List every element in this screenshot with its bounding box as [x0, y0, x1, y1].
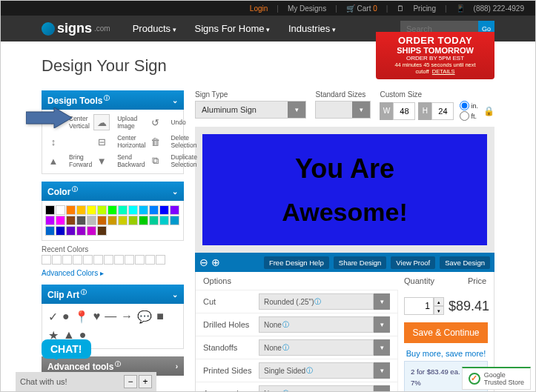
color-swatch[interactable]	[87, 205, 96, 215]
design-canvas[interactable]: You Are Awesome!	[195, 127, 494, 253]
color-swatch[interactable]	[97, 205, 107, 215]
upload-image-icon[interactable]: ☁	[93, 114, 110, 130]
login-link[interactable]: Login	[250, 4, 268, 13]
unit-ft-radio[interactable]	[460, 111, 469, 121]
unit-in-radio[interactable]	[460, 101, 469, 110]
shape-check-icon[interactable]: ✓	[48, 310, 58, 324]
color-swatch[interactable]	[66, 226, 76, 236]
color-swatch[interactable]	[97, 216, 107, 225]
color-swatch[interactable]	[56, 205, 65, 215]
color-swatch[interactable]	[139, 205, 148, 215]
lock-icon[interactable]: 🔒	[483, 106, 494, 116]
promo-banner[interactable]: ORDER TODAY SHIPS TOMORROW ORDER BY 5PM …	[376, 32, 494, 79]
panel-clip-art[interactable]: Clip Artⓘ⌄	[42, 285, 184, 304]
shape-pin-icon[interactable]: 📍	[74, 310, 89, 324]
bring-forward-icon[interactable]: ▲	[45, 153, 62, 169]
color-swatch[interactable]	[45, 226, 55, 236]
quantity-input[interactable]	[404, 297, 434, 315]
color-swatch[interactable]	[107, 216, 117, 225]
color-swatch[interactable]	[87, 226, 96, 236]
chat-minimize-button[interactable]: −	[124, 375, 137, 388]
color-swatch[interactable]	[107, 205, 117, 215]
chevron-down-icon[interactable]: ▾	[288, 102, 305, 118]
color-swatch[interactable]	[66, 205, 76, 215]
send-backward-icon[interactable]: ▼	[93, 153, 110, 169]
zoom-out-icon[interactable]: ⊖	[199, 256, 208, 268]
shape-square-icon[interactable]: ■	[156, 310, 164, 324]
qty-down-button[interactable]: ▾	[434, 306, 444, 315]
color-swatch[interactable]	[170, 205, 179, 215]
option-select[interactable]: Noneⓘ▾	[259, 385, 390, 392]
share-design-button[interactable]: Share Design	[334, 256, 387, 269]
center-horizontal-icon2[interactable]: ⊟	[93, 133, 110, 150]
color-swatch[interactable]	[149, 216, 159, 225]
buy-more-link[interactable]: Buy more, save more!	[404, 349, 488, 358]
width-input[interactable]	[393, 102, 415, 120]
nav-signs-for-home[interactable]: Signs For Home	[195, 23, 270, 34]
color-swatch[interactable]	[118, 216, 128, 225]
option-select[interactable]: Noneⓘ▾	[259, 316, 390, 333]
duplicate-icon[interactable]: ⧉	[147, 153, 163, 169]
color-swatch[interactable]	[45, 205, 55, 215]
panel-color[interactable]: Colorⓘ⌄	[42, 182, 184, 201]
zoom-in-icon[interactable]: ⊕	[211, 256, 220, 268]
free-design-help-button[interactable]: Free Design Help	[264, 256, 329, 269]
color-swatch[interactable]	[159, 205, 169, 215]
nav-industries[interactable]: Industries	[288, 23, 336, 34]
chevron-down-icon[interactable]: ▾	[374, 293, 390, 310]
color-swatch[interactable]	[128, 216, 138, 225]
center-horizontal-icon[interactable]: ↕	[45, 133, 62, 150]
option-select[interactable]: Noneⓘ▾	[259, 339, 390, 356]
color-swatch[interactable]	[76, 205, 86, 215]
color-swatch[interactable]	[66, 216, 76, 225]
standard-sizes-select[interactable]: ▾	[315, 101, 371, 119]
color-swatch[interactable]	[139, 216, 148, 225]
chevron-down-icon[interactable]: ▾	[374, 385, 390, 392]
chat-bar[interactable]: Chat with us! − +	[16, 372, 156, 391]
sign-preview[interactable]: You Are Awesome!	[202, 134, 487, 245]
shape-circle-icon[interactable]: ●	[62, 310, 70, 324]
color-swatch[interactable]	[159, 216, 169, 225]
option-select[interactable]: Rounded (.25")ⓘ▾	[259, 293, 390, 310]
color-swatch[interactable]	[76, 216, 86, 225]
chevron-down-icon[interactable]: ▾	[374, 362, 390, 379]
color-swatch[interactable]	[149, 205, 159, 215]
qty-up-button[interactable]: ▴	[434, 297, 444, 306]
shape-speech-icon[interactable]: 💬	[137, 310, 152, 324]
recent-swatch[interactable]	[42, 255, 51, 265]
view-proof-button[interactable]: View Proof	[391, 256, 435, 269]
shape-line-icon[interactable]: —	[105, 310, 116, 324]
color-swatch[interactable]	[87, 216, 96, 225]
my-designs-link[interactable]: My Designs	[288, 4, 326, 13]
height-input[interactable]	[431, 102, 454, 120]
color-swatch[interactable]	[56, 226, 65, 236]
delete-icon[interactable]: 🗑	[147, 133, 163, 150]
color-swatch[interactable]	[97, 226, 107, 236]
chat-bubble[interactable]: CHAT!	[42, 339, 91, 359]
option-select[interactable]: Single Sidedⓘ▾	[259, 362, 390, 379]
sign-type-select[interactable]: Aluminum Sign▾	[195, 101, 306, 119]
color-swatch[interactable]	[56, 216, 65, 225]
save-continue-button[interactable]: Save & Continue	[404, 322, 488, 343]
logo[interactable]: signs.com	[42, 21, 110, 36]
promo-details-link[interactable]: DETAILS	[432, 68, 455, 75]
color-swatch[interactable]	[45, 216, 55, 225]
sign-text-line1[interactable]: You Are	[295, 153, 394, 185]
advanced-colors-link[interactable]: Advanced Colors ▸	[42, 269, 184, 277]
chevron-down-icon[interactable]: ▾	[374, 316, 390, 333]
undo-icon[interactable]: ↺	[147, 114, 163, 130]
nav-products[interactable]: Products	[133, 23, 176, 34]
save-design-button[interactable]: Save Design	[440, 256, 490, 269]
cart-icon[interactable]: 🛒 Cart 0	[346, 4, 377, 13]
chevron-down-icon[interactable]: ▾	[352, 102, 370, 118]
sign-text-line2[interactable]: Awesome!	[282, 198, 407, 227]
shape-arrow-icon[interactable]: →	[121, 310, 133, 324]
color-swatch[interactable]	[76, 226, 86, 236]
color-swatch[interactable]	[118, 205, 128, 215]
color-swatch[interactable]	[128, 205, 138, 215]
chat-expand-button[interactable]: +	[139, 375, 152, 388]
color-swatch[interactable]	[170, 216, 179, 225]
pricing-link[interactable]: Pricing	[413, 4, 436, 13]
shape-heart-icon[interactable]: ♥	[93, 310, 101, 324]
google-trusted-store-badge[interactable]: GoogleTrusted Store	[462, 367, 531, 390]
